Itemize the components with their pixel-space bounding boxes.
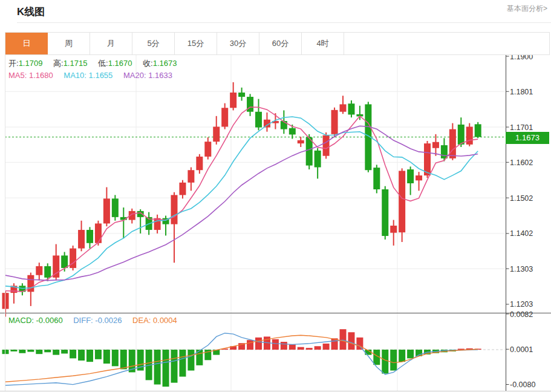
candle-body: [53, 255, 59, 277]
dea-line: [5, 335, 478, 382]
kline-page: 1.19001.18011.17011.16021.15021.14021.13…: [0, 0, 551, 392]
tab-5min[interactable]: 5分: [132, 33, 175, 54]
ma5-label: MA5:: [8, 71, 27, 80]
macd-bar: [187, 350, 194, 371]
macd-label: MACD:: [8, 316, 34, 325]
macd-bar: [348, 332, 354, 350]
open-value: 1.1709: [19, 59, 43, 68]
macd-bar: [298, 347, 304, 350]
candle-body: [424, 143, 431, 175]
tab-4hour[interactable]: 4时: [302, 33, 344, 54]
candle-body: [449, 129, 456, 158]
candle-body: [103, 198, 110, 223]
candle-body: [441, 145, 448, 158]
candle-body: [95, 223, 102, 243]
high-label: 高:: [53, 59, 64, 68]
candle-body: [373, 168, 380, 189]
candle-body: [204, 142, 211, 157]
candle-body: [61, 255, 68, 268]
macd-bar: [78, 350, 85, 361]
macd-bar: [390, 350, 397, 371]
ma10-value: 1.1655: [89, 71, 113, 80]
candle-body: [306, 137, 313, 165]
macd-bar: [19, 350, 25, 353]
candle-body: [112, 198, 119, 217]
y-axis-label: 1.1303: [510, 265, 533, 273]
macd-bar: [247, 340, 253, 350]
diff-label: DIFF:: [73, 316, 93, 325]
tab-30min[interactable]: 30分: [217, 33, 259, 54]
candle-body: [416, 175, 422, 180]
macd-bar: [323, 344, 330, 350]
y-axis-label: 1.1602: [510, 158, 533, 167]
ma5-line: [5, 107, 478, 292]
macd-axis-label: 0.0082: [510, 310, 533, 319]
macd-bar: [171, 350, 178, 383]
candle-body: [78, 230, 85, 249]
tab-week[interactable]: 周: [48, 33, 90, 54]
candle-body: [36, 266, 42, 275]
macd-axis-label: 0.0001: [510, 345, 533, 354]
candle-body: [475, 124, 481, 137]
macd-bar: [27, 350, 34, 352]
candle-body: [382, 189, 388, 236]
candle-body: [407, 169, 414, 183]
timeframe-tab-bar: 日周月5分15分30分60分4时: [5, 32, 550, 55]
high-value: 1.1715: [64, 59, 88, 68]
macd-bar: [36, 350, 42, 354]
close-value: 1.1673: [153, 59, 177, 68]
title-divider: [17, 22, 551, 23]
macd-bar: [112, 350, 119, 366]
macd-axis-label: -0.0080: [510, 381, 535, 389]
candle-body: [323, 136, 330, 156]
tab-15min[interactable]: 15分: [175, 33, 217, 54]
candle-body: [255, 112, 262, 128]
ma5-value: 1.1680: [29, 71, 53, 80]
candle-body: [399, 171, 405, 232]
macd-bar: [255, 338, 262, 350]
candle-body: [340, 104, 347, 111]
candle-body: [390, 226, 397, 233]
y-axis-label: 1.1402: [510, 229, 533, 238]
macd-bar: [315, 346, 321, 350]
current-price-label: 1.1673: [506, 132, 549, 144]
page-title: K线图: [17, 5, 45, 19]
candle-body: [187, 170, 194, 183]
candle-body: [331, 110, 338, 134]
tab-60min[interactable]: 60分: [259, 33, 302, 54]
macd-bar: [53, 350, 59, 355]
macd-bar: [163, 350, 169, 387]
candle-body: [315, 151, 321, 168]
macd-bar: [399, 350, 405, 362]
macd-bar: [154, 350, 161, 385]
macd-bar: [179, 350, 186, 377]
candle-body: [466, 126, 473, 144]
candle-body: [289, 128, 296, 135]
ma10-line: [5, 117, 478, 289]
macd-bar: [382, 350, 388, 374]
low-value: 1.1670: [108, 59, 132, 68]
candle-body: [171, 195, 178, 224]
candle-body: [196, 157, 203, 170]
y-axis-label: 1.1502: [510, 194, 533, 203]
dea-label: DEA:: [132, 316, 151, 325]
ma20-label: MA20:: [123, 71, 146, 80]
macd-bar: [289, 344, 296, 350]
candle-body: [348, 103, 354, 114]
macd-bar: [103, 350, 110, 364]
candle-body: [432, 142, 439, 148]
ma20-value: 1.1633: [148, 71, 172, 80]
candle-body: [179, 183, 186, 195]
macd-legend: MACD: -0.0060 DIFF: -0.0026 DEA: 0.0004: [8, 315, 186, 325]
candle-body: [213, 126, 220, 142]
macd-bar: [272, 339, 279, 350]
macd-bar: [281, 342, 287, 350]
fundamental-analysis-link[interactable]: 基本面分析>: [507, 4, 547, 14]
candle-body: [458, 125, 465, 145]
y-axis-label: 1.1801: [510, 88, 533, 96]
tab-month[interactable]: 月: [90, 33, 132, 54]
tab-day[interactable]: 日: [5, 33, 48, 54]
diff-value: -0.0026: [95, 316, 122, 325]
macd-bar: [86, 350, 93, 362]
candle-body: [298, 140, 304, 143]
